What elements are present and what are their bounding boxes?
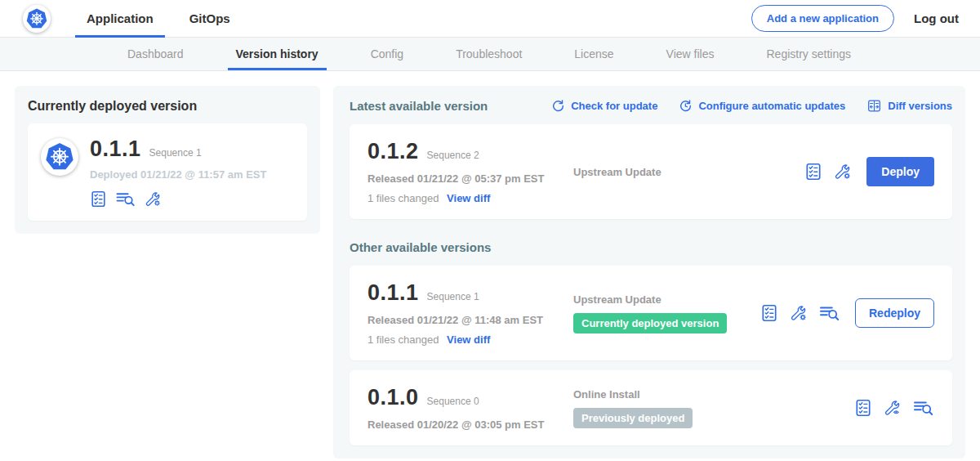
latest-version-title: Latest available version [350, 99, 488, 113]
previously-deployed-badge: Previously deployed [573, 408, 693, 428]
preflight-checklist-icon[interactable] [804, 163, 822, 181]
check-for-update-label: Check for update [571, 100, 657, 112]
sequence-label: Sequence 2 [427, 150, 479, 161]
schedule-update-icon [679, 99, 693, 113]
add-application-button[interactable]: Add a new application [751, 5, 894, 32]
view-diff-link[interactable]: View diff [447, 333, 490, 346]
currently-deployed-panel: Currently deployed version 0.1.1 Sequenc… [15, 86, 320, 234]
subnav-tab-license[interactable]: License [569, 38, 618, 70]
deploy-logs-icon[interactable] [913, 399, 934, 417]
kubernetes-logo-icon [23, 5, 51, 33]
released-timestamp: Released 01/21/22 @ 11:48 am EST [368, 314, 573, 326]
deployed-version-card: 0.1.1 Sequence 1 Deployed 01/21/22 @ 11:… [28, 123, 307, 221]
deploy-logs-icon[interactable] [819, 304, 840, 322]
version-number: 0.1.2 [368, 139, 419, 164]
edit-config-wrench-gear-icon[interactable] [145, 190, 162, 208]
files-changed-label: 1 files changed [368, 192, 439, 204]
version-number: 0.1.0 [368, 385, 419, 410]
version-number: 0.1.1 [368, 280, 419, 306]
version-source-label: Upstream Update [573, 293, 760, 306]
preflight-checklist-icon[interactable] [760, 304, 778, 322]
deploy-button[interactable]: Deploy [866, 157, 934, 186]
other-versions-title: Other available versions [350, 240, 952, 254]
version-row: 0.1.1 Sequence 1 Released 01/21/22 @ 11:… [350, 266, 952, 360]
tab-gitops[interactable]: GitOps [178, 0, 242, 38]
subnav-tab-dashboard[interactable]: Dashboard [122, 38, 189, 70]
version-row: 0.1.2 Sequence 2 Released 01/21/22 @ 05:… [350, 124, 952, 219]
app-header: Application GitOps Add a new application… [0, 0, 980, 38]
subnav-tab-registry-settings[interactable]: Registry settings [761, 38, 855, 70]
view-diff-link[interactable]: View diff [447, 192, 490, 204]
redeploy-button[interactable]: Redeploy [855, 298, 934, 328]
preflight-checklist-icon[interactable] [854, 399, 872, 417]
version-row: 0.1.0 Sequence 0 Released 01/20/22 @ 03:… [350, 370, 952, 445]
view-config-wrench-eye-icon[interactable] [884, 399, 902, 417]
edit-config-wrench-gear-icon[interactable] [834, 163, 852, 181]
preflight-checklist-icon[interactable] [90, 190, 107, 208]
check-for-update-link[interactable]: Check for update [551, 99, 657, 113]
app-subnav: Dashboard Version history Config Trouble… [0, 38, 980, 71]
subnav-tab-view-files[interactable]: View files [662, 38, 719, 70]
currently-deployed-badge: Currently deployed version [573, 313, 727, 333]
deployed-sequence-label: Sequence 1 [149, 147, 202, 159]
edit-config-wrench-gear-icon[interactable] [790, 304, 808, 322]
subnav-tab-troubleshoot[interactable]: Troubleshoot [451, 38, 527, 70]
configure-automatic-updates-link[interactable]: Configure automatic updates [679, 99, 845, 113]
released-timestamp: Released 01/20/22 @ 03:05 pm EST [368, 418, 573, 431]
diff-versions-icon [866, 99, 882, 113]
tab-application[interactable]: Application [75, 0, 165, 38]
app-logo-icon [41, 138, 78, 176]
diff-versions-label: Diff versions [888, 100, 952, 112]
released-timestamp: Released 01/21/22 @ 05:37 pm EST [368, 172, 573, 185]
files-changed-label: 1 files changed [368, 333, 439, 346]
refresh-icon [551, 99, 565, 113]
sequence-label: Sequence 1 [427, 291, 479, 302]
sequence-label: Sequence 0 [427, 396, 479, 407]
subnav-tab-version-history[interactable]: Version history [231, 38, 323, 70]
version-history-panel: Latest available version Check for updat… [333, 86, 965, 459]
version-source-label: Online Install [573, 388, 854, 401]
diff-versions-link[interactable]: Diff versions [866, 99, 952, 113]
deployed-timestamp: Deployed 01/21/22 @ 11:57 am EST [90, 168, 266, 181]
deployed-version-number: 0.1.1 [90, 137, 141, 162]
version-source-label: Upstream Update [573, 166, 804, 178]
configure-automatic-updates-label: Configure automatic updates [698, 100, 845, 112]
logout-button[interactable]: Log out [914, 11, 959, 25]
app-nav: Application GitOps [75, 0, 255, 38]
deploy-logs-icon[interactable] [115, 190, 136, 208]
subnav-tab-config[interactable]: Config [366, 38, 408, 70]
deployed-panel-title: Currently deployed version [28, 99, 307, 114]
